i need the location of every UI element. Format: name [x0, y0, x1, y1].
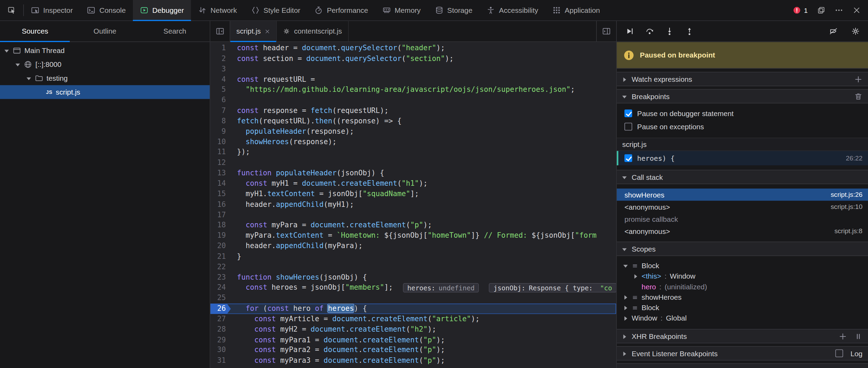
- twisty-icon[interactable]: [5, 48, 9, 53]
- line-number[interactable]: 24: [210, 283, 231, 293]
- line-number[interactable]: 25: [210, 293, 231, 304]
- line-number[interactable]: 31: [210, 356, 231, 366]
- tab-memory[interactable]: Memory: [375, 0, 428, 20]
- scope-item[interactable]: Window: Global: [617, 313, 868, 323]
- line-number[interactable]: 22: [210, 262, 231, 272]
- close-tab-icon[interactable]: [265, 28, 270, 34]
- twisty-icon[interactable]: [623, 305, 628, 310]
- tree-item-8000[interactable]: [::]:8000: [0, 58, 210, 71]
- line-number[interactable]: 20: [210, 241, 231, 252]
- collapse-sources-pane-button[interactable]: [210, 21, 230, 42]
- twisty-icon[interactable]: [622, 94, 627, 98]
- tree-item-script-js[interactable]: JSscript.js: [0, 85, 210, 99]
- tab-accessibility[interactable]: Accessibility: [479, 0, 545, 20]
- twisty-icon[interactable]: [622, 334, 627, 339]
- line-number[interactable]: 30: [210, 345, 231, 356]
- call-stack-frame[interactable]: showHeroesscript.js:26: [617, 189, 868, 201]
- scope-item[interactable]: showHeroes: [617, 292, 868, 303]
- line-number[interactable]: 6: [210, 95, 231, 106]
- debugger-settings-button[interactable]: [848, 24, 862, 38]
- tree-item-main-thread[interactable]: Main Thread: [0, 44, 210, 58]
- tab-application[interactable]: Application: [545, 0, 607, 20]
- scope-variable[interactable]: <this>: Window: [617, 271, 868, 281]
- add-watch-expression-button[interactable]: [854, 75, 862, 83]
- section-dom-mutation-breakpoints[interactable]: DOM Mutation Breakpoints: [617, 363, 868, 368]
- inline-preview[interactable]: jsonObj:Response { type: "co: [489, 283, 616, 293]
- line-number[interactable]: 1: [210, 43, 231, 53]
- tab-search[interactable]: Search: [140, 21, 210, 42]
- twisty-icon[interactable]: [622, 246, 627, 251]
- expand-panes-button[interactable]: [596, 21, 616, 42]
- step-out-button[interactable]: [682, 24, 696, 38]
- pick-element-button[interactable]: [0, 0, 23, 20]
- section-event-listener-breakpoints[interactable]: Event Listener Breakpoints Log: [617, 346, 868, 360]
- pause-on-any-xhr-button[interactable]: [854, 332, 862, 340]
- checkbox[interactable]: [624, 123, 632, 130]
- twisty-icon[interactable]: [622, 351, 627, 356]
- line-number[interactable]: 10: [210, 137, 231, 147]
- checkbox[interactable]: [624, 154, 632, 162]
- line-number[interactable]: 23: [210, 272, 231, 283]
- tab-inspector[interactable]: Inspector: [24, 0, 80, 20]
- checkbox[interactable]: [624, 109, 632, 117]
- line-number[interactable]: 21: [210, 252, 231, 262]
- section-watch-expressions[interactable]: Watch expressions: [617, 72, 868, 86]
- line-number[interactable]: 5: [210, 85, 231, 95]
- split-window-button[interactable]: [814, 3, 828, 17]
- line-number[interactable]: 4: [210, 75, 231, 85]
- call-stack-frame[interactable]: <anonymous>script.js:10: [617, 201, 868, 213]
- line-number[interactable]: 18: [210, 220, 231, 231]
- tab-performance[interactable]: Performance: [307, 0, 375, 20]
- line-number[interactable]: 28: [210, 324, 231, 335]
- call-stack-frame[interactable]: <anonymous>script.js:8: [617, 225, 868, 237]
- deactivate-breakpoints-button[interactable]: [826, 24, 840, 38]
- step-over-button[interactable]: [642, 24, 656, 38]
- line-number[interactable]: 17: [210, 210, 231, 220]
- resume-button[interactable]: [622, 24, 637, 38]
- twisty-icon[interactable]: [27, 76, 32, 81]
- twisty-icon[interactable]: [623, 316, 628, 321]
- section-scopes[interactable]: Scopes: [617, 242, 868, 256]
- inline-preview[interactable]: heroes:undefined: [403, 283, 479, 293]
- tab-debugger[interactable]: Debugger: [133, 0, 191, 20]
- tab-network[interactable]: Network: [191, 0, 244, 20]
- line-number[interactable]: 14: [210, 178, 231, 189]
- line-number[interactable]: 2: [210, 54, 231, 64]
- line-number[interactable]: 16: [210, 199, 231, 210]
- step-in-button[interactable]: [662, 24, 676, 38]
- line-number[interactable]: 11: [210, 147, 231, 158]
- section-call-stack[interactable]: Call stack: [617, 170, 868, 184]
- line-number[interactable]: 27: [210, 314, 231, 324]
- add-xhr-breakpoint-button[interactable]: [839, 332, 847, 340]
- twisty-icon[interactable]: [633, 274, 638, 279]
- twisty-icon[interactable]: [623, 263, 628, 268]
- line-number[interactable]: 29: [210, 335, 231, 345]
- line-number[interactable]: 13: [210, 168, 231, 178]
- section-xhr-breakpoints[interactable]: XHR Breakpoints: [617, 329, 868, 343]
- twisty-icon[interactable]: [16, 62, 20, 67]
- tab-sources[interactable]: Sources: [0, 21, 70, 42]
- close-devtools-button[interactable]: [849, 3, 863, 17]
- call-stack-frame[interactable]: promise callback: [617, 213, 868, 225]
- remove-breakpoints-button[interactable]: [854, 92, 862, 100]
- tab-console[interactable]: Console: [80, 0, 133, 20]
- breakpoint-option[interactable]: Pause on exceptions: [617, 120, 868, 133]
- source-tab-contentscript-js[interactable]: contentscript.js: [277, 21, 349, 42]
- tab-style-editor[interactable]: Style Editor: [244, 0, 308, 20]
- more-options-button[interactable]: [832, 3, 846, 17]
- line-number[interactable]: 8: [210, 116, 231, 126]
- twisty-icon[interactable]: [622, 174, 627, 179]
- tab-storage[interactable]: Storage: [428, 0, 479, 20]
- breakpoint-item[interactable]: heroes) {26:22: [617, 151, 868, 165]
- line-number[interactable]: 12: [210, 158, 231, 168]
- breakpoint-option[interactable]: Pause on debugger statement: [617, 107, 868, 120]
- line-number[interactable]: 15: [210, 189, 231, 199]
- scope-item[interactable]: Block: [617, 261, 868, 271]
- code-view[interactable]: 1const header = document.querySelector("…: [210, 42, 616, 368]
- twisty-icon[interactable]: [623, 295, 628, 299]
- source-tab-script-js[interactable]: script.js: [230, 21, 277, 42]
- line-number[interactable]: 7: [210, 106, 231, 116]
- section-breakpoints[interactable]: Breakpoints: [617, 89, 868, 103]
- line-number[interactable]: 19: [210, 231, 231, 241]
- scope-variable[interactable]: hero: (uninitialized): [617, 281, 868, 292]
